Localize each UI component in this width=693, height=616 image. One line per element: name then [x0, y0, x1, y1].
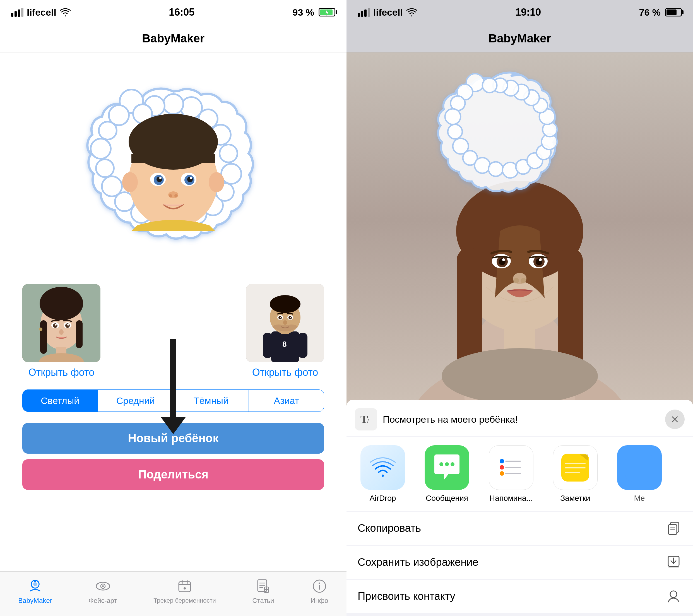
- svg-point-24: [122, 172, 138, 192]
- tab-bar-left: BabyMaker Фейс-арт: [0, 571, 346, 616]
- share-app-reminders[interactable]: Напомина...: [480, 445, 542, 503]
- notes-label: Заметки: [560, 494, 590, 503]
- cloud-frame-right-svg: [394, 61, 645, 256]
- svg-rect-151: [626, 454, 653, 481]
- svg-point-67: [283, 320, 287, 325]
- carrier-right: lifecell: [373, 7, 403, 18]
- share-btn-area: Поделиться: [5, 454, 341, 490]
- copy-svg: [666, 521, 681, 536]
- tab-tracker[interactable]: Трекер беременности: [154, 578, 216, 604]
- svg-point-131: [482, 78, 497, 93]
- share-message: Посмотреть на моего ребёнка!: [383, 414, 665, 425]
- photo-item-man: 8 Открыть фото: [246, 284, 324, 378]
- open-photo-left[interactable]: Открыть фото: [28, 366, 94, 378]
- share-app-notes[interactable]: Заметки: [544, 445, 606, 503]
- tab-label-articles: Статьи: [253, 597, 274, 604]
- share-app-airdrop[interactable]: AirDrop: [352, 445, 413, 503]
- svg-rect-75: [179, 582, 191, 592]
- share-sheet: T I Посмотреть на моего ребёнка!: [346, 400, 693, 616]
- svg-point-70: [33, 582, 37, 586]
- svg-text:8: 8: [282, 340, 287, 349]
- open-photo-right[interactable]: Открыть фото: [252, 366, 318, 378]
- battery-pct-left: 93 %: [292, 7, 314, 18]
- messages-app-icon: [424, 445, 469, 490]
- time-left: 16:05: [169, 6, 195, 18]
- svg-point-89: [319, 582, 320, 584]
- share-app-more[interactable]: Me: [609, 445, 670, 503]
- nav-bar-left: BabyMaker: [0, 24, 346, 53]
- text-format-icon: T I: [359, 412, 373, 426]
- status-right-left: 93 %: [292, 7, 335, 18]
- svg-rect-41: [40, 320, 47, 354]
- svg-point-139: [451, 462, 454, 466]
- svg-point-40: [40, 287, 83, 320]
- share-close-button[interactable]: [665, 410, 685, 429]
- svg-point-108: [520, 278, 526, 283]
- save-label: Сохранить изображение: [358, 556, 478, 568]
- photo-thumb-man: 8: [246, 284, 324, 362]
- share-button[interactable]: Поделиться: [22, 459, 324, 490]
- svg-point-49: [55, 324, 57, 325]
- charging-icon: [324, 8, 330, 16]
- baby-cloud-frame: [76, 75, 271, 270]
- tab-label-info: Инфо: [311, 597, 329, 604]
- close-icon: [671, 415, 679, 423]
- battery-pct-right: 76 %: [639, 7, 661, 18]
- svg-rect-23: [132, 154, 215, 163]
- content-area-left: Открыть фото: [0, 53, 346, 571]
- status-right-left: lifecell: [358, 7, 417, 18]
- svg-point-74: [102, 585, 104, 587]
- svg-point-36: [174, 194, 178, 198]
- svg-point-35: [169, 194, 172, 198]
- eye-icon: [95, 579, 111, 594]
- tab-info[interactable]: Инфо: [311, 578, 329, 604]
- more-label: Me: [634, 494, 645, 503]
- battery-icon-left: [319, 8, 335, 17]
- tab-faceapp[interactable]: Фейс-арт: [88, 578, 117, 604]
- tab-label-tracker: Трекер беременности: [154, 597, 216, 604]
- svg-point-50: [67, 324, 69, 325]
- svg-point-159: [670, 591, 677, 598]
- svg-point-47: [53, 323, 58, 328]
- svg-point-4: [96, 159, 114, 177]
- share-app-messages[interactable]: Сообщения: [416, 445, 478, 503]
- right-panel: lifecell 19:10 76 % BabyMaker: [346, 0, 693, 616]
- skin-tab-svetly[interactable]: Светлый: [22, 390, 98, 412]
- btn-area: Новый ребёнок: [5, 412, 341, 454]
- battery-icon-right: [665, 8, 682, 17]
- assign-svg: [666, 589, 681, 604]
- arrow-shaft: [170, 339, 176, 417]
- info-icon: [312, 579, 327, 594]
- document-icon: [256, 579, 271, 594]
- tab-label-babymaker: BabyMaker: [18, 597, 52, 604]
- svg-point-33: [190, 177, 192, 179]
- battery-fill-right: [667, 9, 677, 15]
- photo-item-woman: Открыть фото: [22, 284, 100, 378]
- tab-icon-babymaker: [27, 578, 43, 595]
- svg-point-2: [99, 122, 117, 139]
- share-action-copy[interactable]: Скопировать: [346, 512, 693, 545]
- baby-face-area: [115, 114, 232, 231]
- photo-thumb-woman: [22, 284, 100, 362]
- calendar-icon: [177, 579, 192, 594]
- nav-title-left: BabyMaker: [142, 32, 204, 45]
- skin-tab-aziat[interactable]: Азиат: [249, 390, 324, 412]
- share-apps-row: AirDrop Сообщения: [346, 437, 693, 511]
- tab-articles[interactable]: Статьи: [253, 578, 274, 604]
- baby-face-svg: [115, 114, 232, 231]
- svg-point-145: [500, 471, 504, 476]
- svg-point-113: [445, 109, 461, 124]
- copy-icon: [665, 520, 682, 537]
- tab-babymaker[interactable]: BabyMaker: [18, 578, 52, 604]
- svg-point-52: [39, 327, 42, 331]
- tab-icon-tracker: [176, 578, 193, 595]
- svg-point-114: [448, 124, 462, 139]
- svg-rect-42: [76, 320, 83, 348]
- share-action-assign[interactable]: Присвоить контакту: [346, 580, 693, 613]
- more-app-icon: [617, 445, 662, 490]
- messages-label: Сообщения: [426, 494, 468, 503]
- svg-point-60: [270, 295, 300, 313]
- save-icon: [665, 554, 682, 571]
- share-action-save[interactable]: Сохранить изображение: [346, 546, 693, 579]
- svg-point-18: [163, 94, 183, 114]
